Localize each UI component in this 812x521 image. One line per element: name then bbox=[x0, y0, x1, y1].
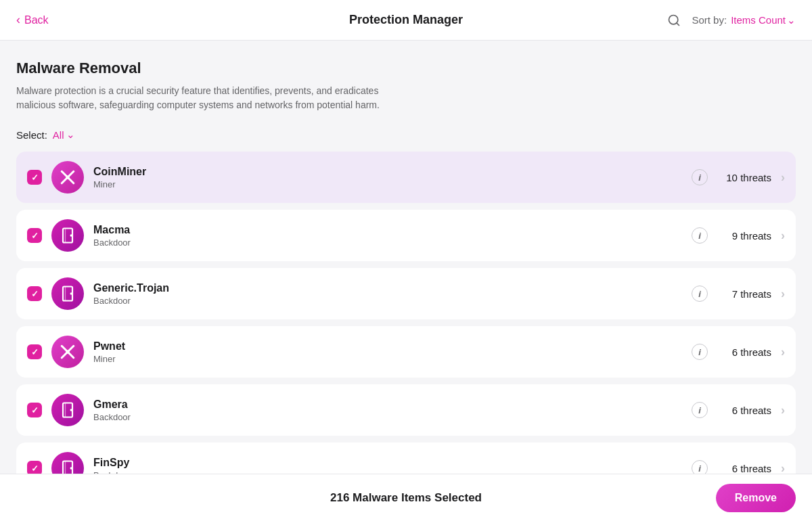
svg-point-9 bbox=[70, 292, 73, 295]
malware-name: Generic.Trojan bbox=[93, 282, 692, 294]
threat-count: 10 threats bbox=[717, 172, 771, 183]
header-actions: Sort by: Items Count ⌄ bbox=[667, 14, 796, 27]
checkbox-area[interactable]: ✓ bbox=[27, 228, 42, 243]
item-checkbox[interactable]: ✓ bbox=[27, 286, 42, 301]
chevron-right-icon: › bbox=[781, 287, 785, 301]
malware-right: i 9 threats › bbox=[692, 227, 785, 244]
item-checkbox[interactable]: ✓ bbox=[27, 344, 42, 359]
malware-right: i 10 threats › bbox=[692, 169, 785, 185]
checkbox-area[interactable]: ✓ bbox=[27, 170, 42, 185]
page-heading: Malware Removal bbox=[16, 60, 796, 77]
malware-item[interactable]: ✓ Pwnet Miner i 6 threats › bbox=[16, 326, 796, 378]
checkbox-area[interactable]: ✓ bbox=[27, 403, 42, 417]
info-button[interactable]: i bbox=[692, 169, 708, 185]
threat-count: 6 threats bbox=[717, 463, 771, 474]
malware-type: Backdoor bbox=[93, 412, 692, 422]
malware-name: FinSpy bbox=[93, 457, 692, 469]
chevron-right-icon: › bbox=[781, 229, 785, 243]
chevron-right-icon: › bbox=[781, 171, 785, 185]
malware-list: ✓ CoinMiner Miner i 10 threats › ✓ bbox=[16, 152, 796, 501]
item-checkbox[interactable]: ✓ bbox=[27, 170, 42, 185]
malware-right: i 6 threats › bbox=[692, 402, 785, 418]
item-checkbox[interactable]: ✓ bbox=[27, 228, 42, 243]
select-all-value: All bbox=[53, 129, 64, 141]
back-button[interactable]: ‹ Back bbox=[16, 13, 49, 27]
check-icon: ✓ bbox=[31, 347, 39, 357]
page-description: Malware protection is a crucial security… bbox=[16, 84, 409, 112]
malware-icon-backdoor bbox=[51, 394, 84, 426]
svg-point-4 bbox=[66, 175, 69, 179]
malware-name: Macma bbox=[93, 224, 692, 236]
malware-info: Generic.Trojan Backdoor bbox=[93, 282, 692, 306]
select-label: Select: bbox=[16, 129, 47, 141]
info-button[interactable]: i bbox=[692, 344, 708, 360]
malware-right: i 6 threats › bbox=[692, 344, 785, 360]
malware-type: Backdoor bbox=[93, 296, 692, 306]
sort-by-dropdown[interactable]: Items Count ⌄ bbox=[731, 14, 796, 26]
sort-by-label: Sort by: bbox=[692, 14, 727, 26]
threat-count: 6 threats bbox=[717, 405, 771, 416]
sort-by-row: Sort by: Items Count ⌄ bbox=[692, 14, 796, 26]
chevron-right-icon: › bbox=[781, 345, 785, 359]
malware-type: Backdoor bbox=[93, 237, 692, 248]
threat-count: 7 threats bbox=[717, 288, 771, 300]
select-all-dropdown[interactable]: All ⌄ bbox=[53, 129, 75, 141]
malware-info: CoinMiner Miner bbox=[93, 166, 692, 189]
bottom-bar: 216 Malware Items Selected Remove bbox=[0, 474, 812, 521]
svg-line-1 bbox=[677, 22, 679, 25]
malware-icon-miner bbox=[51, 336, 84, 368]
info-button[interactable]: i bbox=[692, 227, 708, 244]
checkbox-area[interactable]: ✓ bbox=[27, 286, 42, 301]
check-icon: ✓ bbox=[31, 405, 39, 415]
info-button[interactable]: i bbox=[692, 286, 708, 302]
chevron-right-icon: › bbox=[781, 403, 785, 417]
page-title: Protection Manager bbox=[349, 13, 463, 27]
malware-name: CoinMiner bbox=[93, 166, 692, 178]
threat-count: 9 threats bbox=[717, 230, 771, 242]
svg-point-13 bbox=[66, 350, 69, 353]
back-label: Back bbox=[24, 14, 49, 26]
main-content: Malware Removal Malware protection is a … bbox=[0, 41, 812, 521]
checkbox-area[interactable]: ✓ bbox=[27, 344, 42, 359]
malware-icon-backdoor bbox=[51, 219, 84, 252]
malware-item[interactable]: ✓ Macma Backdoor i 9 threats › bbox=[16, 210, 796, 261]
check-icon: ✓ bbox=[31, 463, 39, 474]
malware-item[interactable]: ✓ CoinMiner Miner i 10 threats › bbox=[16, 152, 796, 203]
check-icon: ✓ bbox=[31, 173, 39, 183]
malware-name: Pwnet bbox=[93, 340, 692, 353]
select-row: Select: All ⌄ bbox=[16, 129, 796, 141]
malware-item[interactable]: ✓ Gmera Backdoor i 6 threats › bbox=[16, 384, 796, 436]
malware-type: Miner bbox=[93, 179, 692, 189]
sort-by-value-text: Items Count bbox=[731, 14, 786, 26]
header: ‹ Back Protection Manager Sort by: Items… bbox=[0, 0, 812, 41]
check-icon: ✓ bbox=[31, 289, 39, 299]
malware-info: Gmera Backdoor bbox=[93, 399, 692, 422]
malware-right: i 7 threats › bbox=[692, 286, 785, 302]
malware-info: Macma Backdoor bbox=[93, 224, 692, 248]
malware-icon-miner bbox=[51, 161, 84, 194]
malware-name: Gmera bbox=[93, 399, 692, 411]
svg-point-6 bbox=[70, 234, 73, 237]
app-container: ‹ Back Protection Manager Sort by: Items… bbox=[0, 0, 812, 521]
select-all-chevron-icon: ⌄ bbox=[66, 129, 75, 141]
threat-count: 6 threats bbox=[717, 346, 771, 358]
svg-point-15 bbox=[70, 409, 73, 411]
remove-button[interactable]: Remove bbox=[716, 484, 796, 512]
malware-icon-backdoor bbox=[51, 277, 84, 310]
sort-by-chevron-icon: ⌄ bbox=[787, 14, 796, 26]
malware-info: Pwnet Miner bbox=[93, 340, 692, 364]
check-icon: ✓ bbox=[31, 231, 39, 241]
malware-item[interactable]: ✓ Generic.Trojan Backdoor i 7 threats › bbox=[16, 268, 796, 319]
search-button[interactable] bbox=[667, 14, 681, 27]
svg-point-18 bbox=[70, 467, 73, 470]
malware-type: Miner bbox=[93, 354, 692, 364]
selected-count: 216 Malware Items Selected bbox=[16, 491, 796, 505]
item-checkbox[interactable]: ✓ bbox=[27, 403, 42, 417]
chevron-left-icon: ‹ bbox=[16, 13, 20, 27]
info-button[interactable]: i bbox=[692, 402, 708, 418]
search-icon bbox=[667, 14, 681, 27]
